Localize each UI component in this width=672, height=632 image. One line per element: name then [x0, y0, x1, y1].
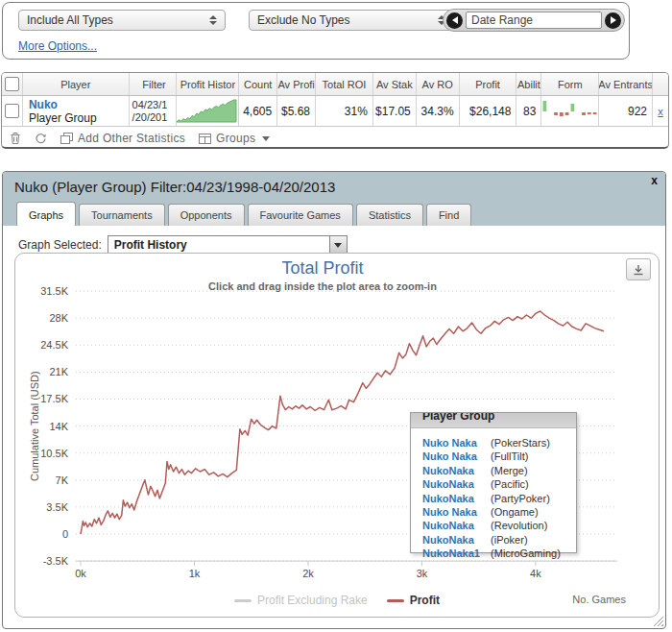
panel-title: Nuko (Player Group) Filter:04/23/1998-04… — [14, 179, 654, 195]
tooltip-entry[interactable]: NukoNaka (Pacific) — [422, 477, 576, 491]
table-toolbar: Add Other Statistics Groups — [2, 127, 668, 150]
tab-opponents[interactable]: Opponents — [168, 204, 245, 226]
av-entrants-value: 922 — [599, 96, 653, 126]
include-types-value: Include All Types — [27, 13, 113, 27]
count-value: 4,605 — [239, 96, 277, 126]
arrow-left-icon — [452, 16, 458, 24]
svg-text:28K: 28K — [49, 312, 68, 324]
svg-text:1k: 1k — [189, 568, 201, 579]
remove-row-link[interactable]: x — [658, 106, 663, 117]
filter-date-line2: /20/201 — [132, 111, 168, 123]
col-av-stake[interactable]: Av Stak — [373, 73, 417, 95]
detail-panel-header: Nuko (Player Group) Filter:04/23/1998-04… — [3, 172, 665, 226]
legend-dash-icon — [234, 599, 252, 602]
date-range-input[interactable] — [466, 12, 602, 29]
col-profit-history[interactable]: Profit Histor — [177, 73, 239, 95]
more-options-link[interactable]: More Options... — [18, 39, 97, 53]
tab-graphs[interactable]: Graphs — [16, 202, 76, 226]
add-other-statistics-button[interactable]: Add Other Statistics — [60, 132, 185, 145]
profit-sparkline — [177, 98, 237, 124]
trash-icon — [10, 132, 21, 145]
col-count[interactable]: Count — [239, 73, 277, 95]
exclude-types-select[interactable]: Exclude No Types — [249, 10, 454, 31]
tooltip-header: Player Group — [411, 413, 576, 428]
svg-text:0k: 0k — [75, 568, 86, 579]
windows-icon — [60, 133, 73, 144]
stepper-icon — [209, 15, 217, 25]
tab-favourite-games[interactable]: Favourite Games — [248, 204, 353, 226]
av-stake-value: $17.05 — [373, 96, 417, 126]
filter-panel: Include All Types Exclude No Types More … — [2, 2, 630, 60]
x-axis-title: No. Games — [572, 594, 626, 605]
svg-text:4k: 4k — [530, 568, 541, 579]
player-cell: Nuko Player Group — [23, 96, 130, 126]
date-next-button[interactable] — [605, 12, 621, 29]
legend-profit-excluding-rake[interactable]: Profit Excluding Rake — [234, 594, 368, 607]
player-name-link[interactable]: Nuko — [29, 98, 58, 111]
tooltip-entry[interactable]: NukoNaka1 (MicroGaming) — [422, 547, 576, 560]
chart-legend: Profit Excluding Rake Profit — [15, 594, 659, 607]
svg-text:31.5K: 31.5K — [40, 285, 68, 297]
tooltip-entry[interactable]: NukoNaka (Revolution) — [422, 519, 576, 532]
date-range-control — [443, 9, 625, 32]
filter-date-line1: 04/23/1 — [132, 99, 168, 110]
col-total-roi[interactable]: Total ROI — [316, 73, 373, 95]
col-profit[interactable]: Profit — [460, 73, 517, 95]
tooltip-entry[interactable]: NukoNaka (iPoker) — [422, 533, 576, 547]
svg-text:3k: 3k — [417, 568, 428, 579]
col-av-profit[interactable]: Av Profi — [277, 73, 316, 95]
dropdown-button[interactable] — [329, 236, 347, 254]
col-filter[interactable]: Filter — [130, 73, 178, 95]
col-form[interactable]: Form — [541, 73, 599, 95]
col-av-roi[interactable]: Av RO — [417, 73, 460, 95]
select-all-checkbox-cell — [2, 73, 23, 95]
profit-history-sparkline-cell — [177, 96, 239, 126]
tab-statistics[interactable]: Statistics — [356, 204, 423, 226]
resize-grip[interactable] — [653, 616, 663, 626]
row-checkbox-cell — [2, 96, 23, 126]
groups-dropdown[interactable]: Groups — [199, 132, 270, 145]
chevron-down-icon — [262, 136, 270, 141]
include-types-select[interactable]: Include All Types — [18, 10, 226, 31]
tooltip-entry[interactable]: NukoNaka (PartyPoker) — [422, 492, 576, 505]
legend-profit[interactable]: Profit — [387, 594, 440, 607]
close-button[interactable]: x — [651, 175, 658, 186]
refresh-icon — [35, 133, 47, 145]
svg-text:-3.5K: -3.5K — [43, 555, 69, 567]
refresh-button[interactable] — [35, 133, 47, 145]
legend-dash-icon — [387, 599, 404, 602]
tooltip-header-label: Player Group — [422, 413, 576, 423]
tooltip-entry[interactable]: Nuko Naka (FullTilt) — [422, 450, 576, 463]
graph-type-select[interactable]: Profit History — [108, 235, 348, 255]
col-ability[interactable]: Abilit — [516, 73, 541, 95]
filter-cell: 04/23/1 /20/201 — [130, 96, 178, 126]
tab-tournaments[interactable]: Tournaments — [79, 204, 165, 226]
chart-container: Total Profit Click and drag inside the p… — [14, 253, 660, 618]
col-actions — [653, 73, 668, 95]
detail-panel: Nuko (Player Group) Filter:04/23/1998-04… — [2, 171, 666, 629]
add-other-statistics-label: Add Other Statistics — [78, 132, 185, 145]
col-player[interactable]: Player — [23, 73, 130, 95]
tab-bar: Graphs Tournaments Opponents Favourite G… — [14, 202, 654, 226]
av-roi-value: 34.3% — [417, 96, 460, 126]
date-prev-button[interactable] — [446, 12, 463, 29]
svg-text:21K: 21K — [49, 366, 68, 377]
row-checkbox[interactable] — [5, 104, 19, 118]
player-group-tooltip: Player Group Nuko Naka (PokerStars) Nuko… — [410, 412, 577, 553]
svg-text:24.5K: 24.5K — [40, 339, 68, 351]
select-all-checkbox[interactable] — [5, 77, 19, 91]
profit-value: $26,148 — [460, 96, 517, 126]
delete-button[interactable] — [10, 132, 21, 145]
graph-selected-label: Graph Selected: — [18, 238, 102, 252]
svg-text:14K: 14K — [49, 421, 68, 432]
svg-text:7K: 7K — [56, 474, 69, 486]
tooltip-entry[interactable]: Nuko Naka (PokerStars) — [422, 436, 576, 450]
arrow-right-icon — [611, 16, 616, 24]
app-screen: Include All Types Exclude No Types More … — [0, 0, 672, 632]
tooltip-list: Nuko Naka (PokerStars) Nuko Naka (FullTi… — [411, 428, 576, 561]
col-av-entrants[interactable]: Av Entrants — [599, 73, 653, 95]
tooltip-entry[interactable]: NukoNaka (Merge) — [422, 464, 576, 477]
graph-type-value: Profit History — [114, 238, 187, 252]
tab-find[interactable]: Find — [426, 204, 471, 226]
tooltip-entry[interactable]: Nuko Naka (Ongame) — [422, 505, 576, 519]
